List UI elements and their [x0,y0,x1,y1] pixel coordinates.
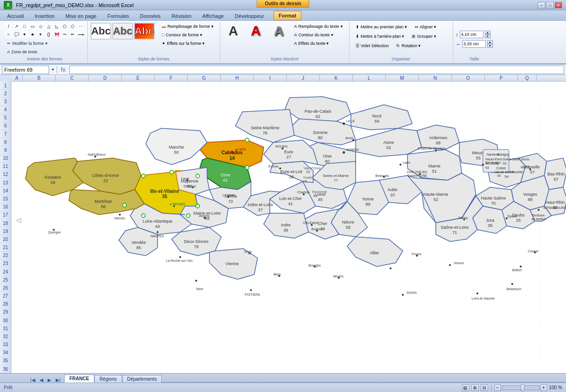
shape-brace[interactable]: {} [45,31,52,38]
row-4[interactable]: 4 [0,106,11,114]
row-30[interactable]: 30 [0,317,11,325]
row-32[interactable]: 32 [0,333,11,341]
wordart-btn-2[interactable]: Abc [112,23,133,40]
selection-handle-e[interactable] [196,204,200,208]
row-21[interactable]: 21 [0,243,11,251]
grouper-button[interactable]: ⊞ Grouper ▾ [408,33,440,40]
height-down[interactable]: ▼ [485,34,491,38]
maximize-button[interactable]: □ [546,2,554,8]
col-header-k[interactable]: K [320,75,353,81]
shape-star4[interactable]: ✦ [21,31,28,38]
modifier-forme-button[interactable]: ✏ Modifier la forme ▾ [5,40,50,47]
minimize-button[interactable]: − [538,2,545,8]
contour-forme-button[interactable]: □ Contour de forme ▾ [158,31,217,39]
contour-texte-button[interactable]: A Contour du texte ▾ [291,31,346,39]
col-header-d[interactable]: D [89,75,122,81]
shape-more[interactable]: ⋯ [77,23,84,30]
shape-wave[interactable]: 〜 [61,31,68,38]
width-input[interactable] [462,40,486,48]
row-25[interactable]: 25 [0,276,11,284]
row-8[interactable]: 8 [0,138,11,146]
text-style-plain[interactable]: A [223,23,244,40]
shape-pentagon[interactable]: ⬠ [61,23,68,30]
shape-arrow[interactable]: ↗ [13,23,20,30]
close-button[interactable]: ✕ [555,2,562,8]
row-6[interactable]: 6 [0,122,11,130]
effets-forme-button[interactable]: ✦ Effets sur la forme ▾ [158,40,217,47]
selection-handle-nw[interactable] [142,174,145,178]
selection-handle-sw[interactable] [142,214,145,217]
row-22[interactable]: 22 [0,252,11,260]
shape-connector[interactable]: ⟶ [77,31,84,38]
row-29[interactable]: 29 [0,309,11,317]
col-header-m[interactable]: M [386,75,419,81]
premier-plan-button[interactable]: ⬆ Mettre au premier plan ▾ [352,23,410,31]
row-9[interactable]: 9 [0,146,11,154]
calvados-handle-n[interactable] [245,138,249,142]
row-7[interactable]: 7 [0,130,11,138]
row-17[interactable]: 17 [0,211,11,219]
shape-star6[interactable]: ✶ [37,31,44,38]
tab-mise-en-page[interactable]: Mise en page [60,11,102,20]
arriere-plan-button[interactable]: ⬇ Mettre à l'arrière-plan ▾ [352,33,408,40]
row-16[interactable]: 16 [0,203,11,211]
row-2[interactable]: 2 [0,90,11,98]
selection-handle-n[interactable] [170,170,174,174]
wordart-btn-3[interactable]: Abc [134,23,155,40]
tab-revision[interactable]: Révision [166,11,197,20]
zoom-in-btn[interactable]: + [541,384,547,391]
row-26[interactable]: 26 [0,284,11,292]
col-header-c[interactable]: C [56,75,89,81]
col-header-a[interactable]: A [11,75,23,81]
text-style-shadow[interactable]: A [268,23,289,40]
page-break-btn[interactable]: ⊟ [481,384,488,391]
selection-handle-w[interactable] [123,203,126,207]
calvados-handle-s[interactable] [245,166,249,169]
row-24[interactable]: 24 [0,268,11,276]
row-23[interactable]: 23 [0,260,11,268]
selection-handle-se[interactable] [186,214,190,217]
tab-insertion[interactable]: Insertion [29,11,59,20]
row-33[interactable]: 33 [0,341,11,349]
tab-format[interactable]: Format [274,11,301,20]
spreadsheet[interactable]: Pas-de-Calais 62 Nord 59 Somme 80 Aisne … [11,82,566,373]
selection-handle-ne[interactable] [196,174,200,178]
tab-donnees[interactable]: Données [135,11,166,20]
col-header-o[interactable]: O [452,75,485,81]
formula-input[interactable] [69,66,564,74]
volet-selection-button[interactable]: ☰ Volet Sélection [352,42,392,50]
sheet-nav-first[interactable]: |◀ [28,377,37,383]
tab-formules[interactable]: Formules [102,11,134,20]
row-15[interactable]: 15 [0,195,11,203]
shape-callout[interactable]: 💬 [13,31,20,38]
row-13[interactable]: 13 [0,179,11,187]
sheet-nav-next[interactable]: ▶ [46,377,53,383]
shape-star5[interactable]: ★ [29,31,36,38]
col-header-g[interactable]: G [188,75,221,81]
page-layout-btn[interactable]: ⊞ [471,384,479,391]
shape-line[interactable]: / [5,23,12,30]
remplissage-texte-button[interactable]: A Remplissage du texte ▾ [291,23,346,30]
height-input[interactable] [460,31,483,38]
sheet-nav-prev[interactable]: ◀ [38,377,45,383]
col-header-p[interactable]: P [485,75,518,81]
height-up[interactable]: ▲ [485,31,491,34]
name-box[interactable] [2,66,49,74]
shape-ribbon[interactable]: 🎀 [53,31,60,38]
col-header-e[interactable]: E [122,75,155,81]
sheet-tab-departements[interactable]: Départements [122,375,162,383]
zoom-slider[interactable] [502,385,540,390]
tab-affichage[interactable]: Affichage [197,11,229,20]
sheet-tab-france[interactable]: FRANCE [64,375,94,383]
shape-rect[interactable]: □ [21,23,28,30]
width-down[interactable]: ▼ [487,44,493,48]
row-10[interactable]: 10 [0,155,11,163]
width-up[interactable]: ▲ [487,40,493,44]
tab-accueil[interactable]: Accueil [2,11,29,20]
tab-developpeur[interactable]: Développeur [229,11,269,20]
aligner-button[interactable]: ⇔ Aligner ▾ [411,23,440,31]
formula-function-icon[interactable]: fx [59,66,67,73]
col-header-b[interactable]: B [23,75,56,81]
wordart-btn-1[interactable]: Abc [91,23,111,40]
col-header-f[interactable]: F [155,75,188,81]
